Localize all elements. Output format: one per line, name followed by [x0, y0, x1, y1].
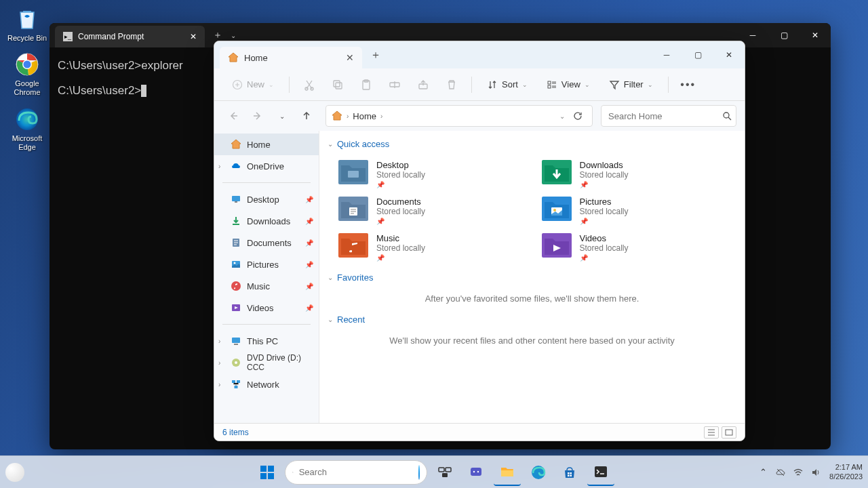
trash-icon — [446, 79, 458, 91]
svg-point-21 — [234, 262, 236, 264]
pin-icon: 📌 — [580, 218, 629, 225]
explorer-tab[interactable]: Home ✕ — [220, 47, 362, 68]
svg-rect-42 — [446, 468, 451, 472]
sort-button[interactable]: Sort ⌄ — [480, 75, 534, 94]
cut-button[interactable] — [298, 73, 321, 96]
document-icon — [231, 237, 241, 248]
explorer-maximize-button[interactable]: ▢ — [682, 41, 713, 68]
cmd-tab-close-icon[interactable]: ✕ — [190, 32, 197, 41]
svg-point-40 — [292, 472, 293, 472]
sidebar-item-home[interactable]: Home — [214, 134, 319, 155]
tray-expand-button[interactable]: ⌃ — [755, 464, 771, 481]
cmd-tab[interactable]: ▸_ Command Prompt ✕ — [55, 26, 205, 47]
breadcrumb-home[interactable]: Home — [353, 111, 376, 121]
quick-access-pictures[interactable]: PicturesStored locally📌 — [539, 194, 729, 228]
icons-view-button[interactable] — [722, 426, 736, 439]
taskbar-search[interactable] — [285, 460, 427, 485]
explorer-close-button[interactable]: ✕ — [713, 41, 745, 68]
explorer-tab-close-icon[interactable]: ✕ — [346, 52, 354, 63]
section-quick-access[interactable]: ⌄ Quick access — [319, 136, 745, 152]
up-button[interactable] — [296, 105, 317, 127]
forward-button[interactable] — [247, 105, 269, 127]
pictures-icon — [231, 259, 241, 270]
quick-access-videos[interactable]: VideosStored locally📌 — [539, 230, 729, 264]
sidebar-item-dvd[interactable]: › DVD Drive (D:) CCC — [214, 352, 319, 373]
quick-access-downloads[interactable]: DownloadsStored locally📌 — [539, 157, 729, 191]
tray-network[interactable] — [790, 464, 806, 481]
more-button[interactable]: ••• — [677, 73, 700, 96]
svg-rect-51 — [570, 474, 572, 476]
sidebar-item-label: Music — [247, 281, 270, 291]
chevron-right-icon[interactable]: › — [218, 381, 220, 388]
weather-widget[interactable] — [5, 463, 24, 482]
explorer-minimize-button[interactable]: ─ — [651, 41, 682, 68]
sidebar-item-videos[interactable]: Videos 📌 — [214, 297, 319, 319]
taskbar-explorer[interactable] — [494, 459, 521, 486]
sidebar-item-documents[interactable]: Documents 📌 — [214, 232, 319, 253]
cmd-new-tab-button[interactable]: ＋ — [213, 29, 222, 41]
start-button[interactable] — [254, 459, 281, 486]
sidebar-item-onedrive[interactable]: › OneDrive — [214, 155, 319, 177]
sidebar-item-label: Pictures — [247, 260, 279, 270]
explorer-new-tab-button[interactable]: ＋ — [370, 48, 381, 62]
paste-button[interactable] — [355, 73, 378, 96]
new-button[interactable]: New ⌄ — [225, 75, 281, 94]
task-view-button[interactable] — [431, 459, 458, 486]
back-button[interactable] — [222, 105, 244, 127]
explorer-titlebar[interactable]: Home ✕ ＋ ─ ▢ ✕ — [214, 41, 745, 68]
refresh-button[interactable] — [569, 111, 587, 121]
delete-button[interactable] — [440, 73, 463, 96]
sidebar-item-desktop[interactable]: Desktop 📌 — [214, 188, 319, 210]
task-view-icon — [437, 465, 452, 480]
share-button[interactable] — [412, 73, 435, 96]
sidebar-item-downloads[interactable]: Downloads 📌 — [214, 210, 319, 232]
svg-point-46 — [477, 470, 479, 472]
svg-rect-43 — [442, 473, 448, 477]
search-input[interactable] — [608, 111, 722, 121]
tray-onedrive[interactable] — [772, 464, 789, 481]
taskbar-search-input[interactable] — [299, 467, 413, 477]
download-icon — [231, 216, 241, 226]
chevron-right-icon[interactable]: › — [218, 338, 220, 345]
taskbar-terminal[interactable] — [587, 459, 614, 486]
taskbar-clock[interactable]: 2:17 AM 8/26/2023 — [829, 463, 863, 481]
sidebar-item-network[interactable]: › Network — [214, 373, 319, 395]
copy-button[interactable] — [326, 73, 349, 96]
chevron-down-icon: ⌄ — [522, 81, 528, 88]
quick-access-documents[interactable]: DocumentsStored locally📌 — [336, 194, 526, 228]
sidebar-item-music[interactable]: Music 📌 — [214, 275, 319, 297]
taskbar-store[interactable] — [556, 459, 583, 486]
address-dropdown-icon[interactable]: ⌄ — [559, 113, 565, 120]
section-recent[interactable]: ⌄ Recent — [319, 312, 745, 327]
bing-icon[interactable] — [418, 465, 420, 480]
tray-volume[interactable] — [808, 464, 824, 481]
desktop-icon-chrome[interactable]: Google Chrome — [5, 51, 49, 97]
cmd-tab-dropdown-icon[interactable]: ⌄ — [231, 32, 236, 39]
quick-access-music[interactable]: MusicStored locally📌 — [336, 230, 526, 264]
quick-access-desktop[interactable]: DesktopStored locally📌 — [336, 157, 526, 191]
view-button[interactable]: View ⌄ — [540, 75, 597, 94]
taskbar-edge[interactable] — [525, 459, 552, 486]
details-view-button[interactable] — [704, 426, 719, 439]
desktop-icon-edge[interactable]: Microsoft Edge — [5, 106, 49, 152]
taskbar-chat[interactable] — [462, 459, 490, 486]
arrow-right-icon — [252, 110, 263, 121]
search-box[interactable] — [601, 105, 736, 127]
desktop-icon-recycle-bin[interactable]: Recycle Bin — [5, 5, 49, 43]
chevron-right-icon[interactable]: › — [218, 359, 220, 367]
sidebar-item-pictures[interactable]: Pictures 📌 — [214, 253, 319, 275]
rename-button[interactable] — [383, 73, 406, 96]
recent-locations-button[interactable]: ⌄ — [271, 105, 293, 127]
filter-button[interactable]: Filter ⌄ — [602, 75, 660, 94]
ellipsis-icon: ••• — [680, 79, 696, 91]
search-icon[interactable] — [722, 111, 732, 121]
chevron-right-icon[interactable]: › — [218, 163, 220, 170]
sidebar-item-this-pc[interactable]: › This PC — [214, 330, 319, 352]
cmd-close-button[interactable]: ✕ — [800, 23, 831, 47]
section-favorites[interactable]: ⌄ Favorites — [319, 270, 745, 285]
address-box[interactable]: › Home › ⌄ — [326, 105, 593, 127]
svg-rect-18 — [235, 201, 237, 203]
cmd-maximize-button[interactable]: ▢ — [768, 23, 800, 47]
chevron-right-icon: › — [347, 113, 349, 120]
svg-rect-38 — [260, 473, 267, 479]
